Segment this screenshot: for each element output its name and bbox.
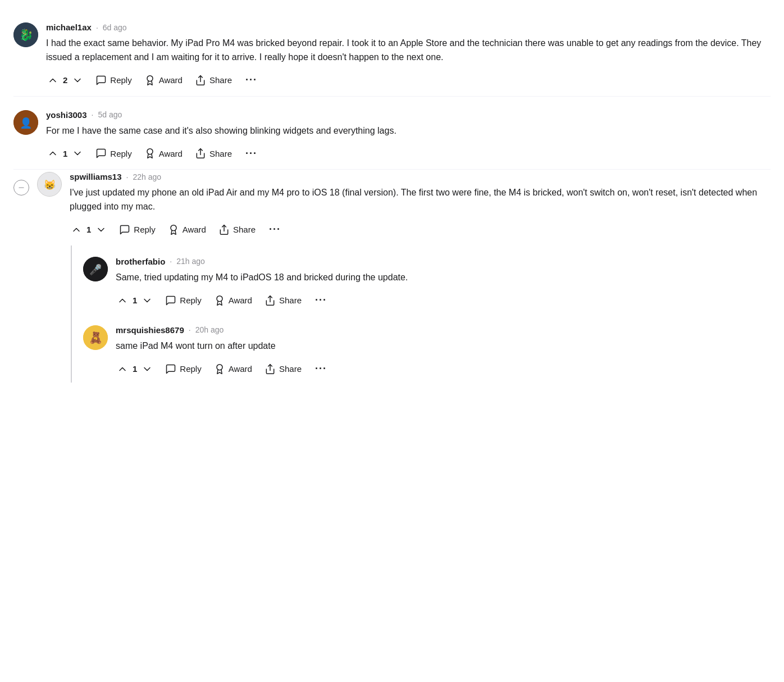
- award-button-yoshi[interactable]: Award: [143, 146, 184, 161]
- divider-2: [13, 169, 771, 170]
- avatar-yoshi: 👤: [13, 110, 38, 135]
- upvote-button-yoshi[interactable]: [46, 146, 60, 161]
- avatar-brotherfabio: 🎤: [83, 257, 108, 281]
- upvote-icon: [117, 363, 128, 375]
- award-icon: [214, 363, 225, 375]
- svg-text:👤: 👤: [20, 117, 33, 129]
- vote-count-mrsquishies: 1: [133, 364, 137, 374]
- award-button-mrsquishies[interactable]: Award: [213, 361, 253, 377]
- comment-michael-body: michael1ax · 6d ago I had the exact same…: [46, 22, 771, 88]
- comment-thread: 🐉 michael1ax · 6d ago I had the exact sa…: [13, 11, 771, 387]
- svg-point-11: [171, 225, 176, 231]
- divider-1: [13, 96, 771, 97]
- upvote-button[interactable]: [46, 72, 60, 88]
- reply-button-brotherfabio[interactable]: Reply: [164, 293, 202, 308]
- share-button-brotherfabio[interactable]: Share: [263, 293, 303, 308]
- comment-mrsquishies: 🧸 mrsquishies8679 · 20h ago same iPad M4…: [83, 314, 771, 383]
- avatar-mrsquishies: 🧸: [83, 325, 108, 350]
- share-icon: [218, 224, 230, 235]
- downvote-button-mrsquishies[interactable]: [140, 361, 154, 377]
- comment-header: michael1ax · 6d ago: [46, 22, 771, 32]
- more-button-michael[interactable]: ···: [243, 74, 259, 86]
- vote-group-mrsquishies: 1: [116, 361, 154, 377]
- vote-count-michael: 2: [63, 75, 67, 85]
- comment-actions-brotherfabio: 1 Reply Award: [116, 293, 771, 308]
- reply-icon: [95, 75, 107, 86]
- reply-icon: [165, 363, 176, 375]
- thread-spwilliams: 😸 spwilliams13 · 22h ago I've just updat…: [13, 172, 771, 387]
- share-button-michael[interactable]: Share: [194, 72, 233, 88]
- timestamp-brotherfabio: 21h ago: [176, 257, 205, 266]
- vote-group-yoshi: 1: [46, 146, 84, 161]
- comment-actions-yoshi: 1 Reply Award Share ···: [46, 146, 771, 161]
- share-button-yoshi[interactable]: Share: [194, 146, 233, 161]
- award-button-brotherfabio[interactable]: Award: [213, 293, 253, 308]
- reply-icon: [119, 224, 130, 235]
- vote-count-spwilliams: 1: [86, 225, 91, 234]
- share-button-spwilliams[interactable]: Share: [217, 222, 257, 238]
- award-button-michael[interactable]: Award: [143, 72, 184, 88]
- comment-text-spwilliams: I've just updated my phone an old iPad A…: [70, 186, 771, 214]
- svg-text:🎤: 🎤: [89, 263, 102, 276]
- timestamp-yoshi: 5d ago: [98, 110, 122, 119]
- more-button-spwilliams[interactable]: ···: [267, 224, 283, 235]
- reply-button-yoshi[interactable]: Reply: [94, 146, 133, 161]
- comment-header-brotherfabio: brotherfabio · 21h ago: [116, 257, 771, 266]
- replies-spwilliams: 🎤 brotherfabio · 21h ago Same, tried upd…: [71, 245, 771, 383]
- vote-group-spwilliams: 1: [70, 222, 108, 238]
- more-button-brotherfabio[interactable]: ···: [313, 294, 329, 306]
- vote-count-yoshi: 1: [63, 149, 67, 158]
- reply-button-spwilliams[interactable]: Reply: [118, 222, 156, 238]
- upvote-button-brotherfabio[interactable]: [116, 293, 129, 308]
- share-icon: [265, 295, 276, 306]
- comment-brotherfabio-body: brotherfabio · 21h ago Same, tried updat…: [116, 257, 771, 308]
- minus-icon: [17, 184, 25, 192]
- timestamp-mrsquishies: 20h ago: [195, 325, 224, 334]
- reply-button-mrsquishies[interactable]: Reply: [164, 361, 202, 377]
- comment-actions-spwilliams: 1 Reply Award: [70, 222, 771, 238]
- upvote-button-mrsquishies[interactable]: [116, 361, 129, 377]
- svg-text:🧸: 🧸: [89, 331, 103, 344]
- reply-icon: [165, 295, 176, 306]
- downvote-button-spwilliams[interactable]: [94, 222, 108, 238]
- avatar-spwilliams: 😸: [37, 172, 62, 197]
- collapse-thread-button[interactable]: [13, 180, 29, 195]
- award-button-spwilliams[interactable]: Award: [167, 222, 207, 238]
- share-icon: [265, 363, 276, 375]
- reply-button-michael[interactable]: Reply: [94, 72, 133, 88]
- username-spwilliams: spwilliams13: [70, 172, 122, 181]
- more-button-mrsquishies[interactable]: ···: [313, 363, 329, 375]
- comment-mrsquishies-body: mrsquishies8679 · 20h ago same iPad M4 w…: [116, 325, 771, 377]
- upvote-icon: [71, 224, 82, 235]
- comment-actions-mrsquishies: 1 Reply Award: [116, 361, 771, 377]
- downvote-icon: [142, 295, 153, 306]
- username-yoshi: yoshi3003: [46, 110, 87, 120]
- more-button-yoshi[interactable]: ···: [243, 148, 259, 160]
- comment-spwilliams-body: spwilliams13 · 22h ago I've just updated…: [70, 172, 771, 238]
- downvote-button[interactable]: [71, 72, 84, 88]
- thread-content-spwilliams: 😸 spwilliams13 · 22h ago I've just updat…: [37, 172, 771, 387]
- timestamp-spwilliams: 22h ago: [133, 172, 161, 181]
- comment-yoshi-body: yoshi3003 · 5d ago For me I have the sam…: [46, 110, 771, 162]
- comment-text-mrsquishies: same iPad M4 wont turn on after update: [116, 339, 771, 353]
- share-button-mrsquishies[interactable]: Share: [263, 361, 303, 377]
- award-icon: [144, 148, 156, 159]
- username-michael: michael1ax: [46, 22, 92, 32]
- comment-text-brotherfabio: Same, tried updating my M4 to iPadOS 18 …: [116, 271, 771, 285]
- svg-point-15: [217, 295, 222, 301]
- username-mrsquishies: mrsquishies8679: [116, 325, 184, 335]
- comment-header-yoshi: yoshi3003 · 5d ago: [46, 110, 771, 120]
- comment-actions-michael: 2 Reply Award Share ···: [46, 72, 771, 88]
- comment-text-yoshi: For me I have the same case and it's als…: [46, 124, 771, 138]
- downvote-button-brotherfabio[interactable]: [140, 293, 154, 308]
- downvote-button-yoshi[interactable]: [71, 146, 84, 161]
- downvote-icon: [72, 75, 83, 86]
- award-icon: [144, 75, 156, 86]
- award-icon: [214, 295, 225, 306]
- downvote-icon: [72, 148, 83, 159]
- svg-text:😸: 😸: [44, 179, 56, 191]
- upvote-button-spwilliams[interactable]: [70, 222, 83, 238]
- svg-point-19: [217, 364, 222, 370]
- comment-michael: 🐉 michael1ax · 6d ago I had the exact sa…: [13, 11, 771, 94]
- share-icon: [195, 148, 206, 159]
